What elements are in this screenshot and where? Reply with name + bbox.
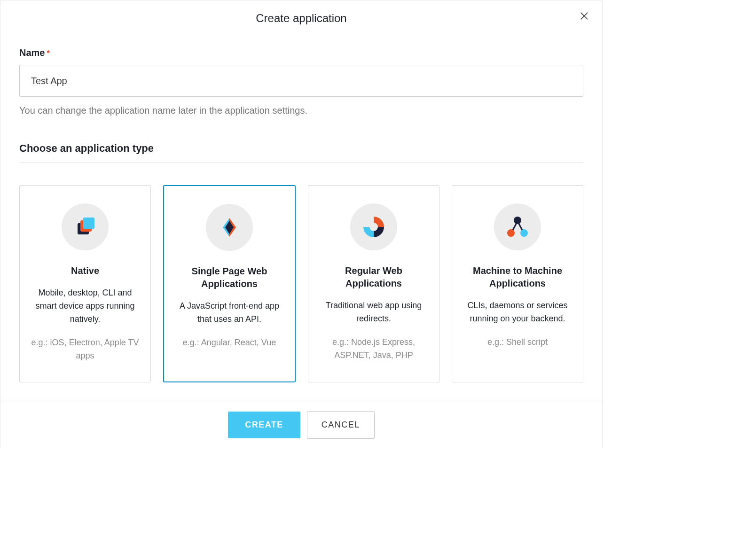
- native-icon: [62, 203, 109, 250]
- name-input[interactable]: [19, 65, 583, 97]
- card-m2m[interactable]: Machine to Machine Applications CLIs, da…: [452, 185, 583, 382]
- modal-footer: CREATE CANCEL: [0, 402, 602, 448]
- card-title: Single Page Web Applications: [173, 265, 286, 290]
- regular-web-icon: [350, 203, 397, 250]
- svg-point-5: [369, 223, 378, 231]
- svg-point-10: [520, 229, 528, 237]
- create-button[interactable]: CREATE: [228, 412, 300, 438]
- card-examples: e.g.: iOS, Electron, Apple TV apps: [28, 336, 142, 363]
- card-title: Machine to Machine Applications: [461, 264, 574, 290]
- card-title: Regular Web Applications: [317, 264, 431, 290]
- card-regular-web[interactable]: Regular Web Applications Traditional web…: [308, 185, 439, 382]
- cancel-button[interactable]: CANCEL: [307, 411, 375, 439]
- card-description: Traditional web app using redirects.: [317, 299, 431, 326]
- card-native[interactable]: Native Mobile, desktop, CLI and smart de…: [19, 185, 151, 382]
- required-indicator: *: [47, 49, 49, 57]
- card-description: A JavaScript front-end app that uses an …: [173, 300, 286, 326]
- application-type-cards: Native Mobile, desktop, CLI and smart de…: [19, 185, 583, 382]
- application-type-heading: Choose an application type: [19, 142, 583, 163]
- m2m-icon: [494, 203, 541, 250]
- spa-icon: [206, 204, 253, 251]
- card-title: Native: [71, 264, 99, 277]
- card-examples: e.g.: Node.js Express, ASP.NET, Java, PH…: [317, 336, 431, 362]
- name-helper-text: You can change the application name late…: [19, 105, 583, 116]
- svg-point-9: [507, 229, 515, 237]
- name-label: Name: [19, 47, 45, 58]
- create-application-modal: Create application Name* You can change …: [0, 0, 603, 448]
- card-examples: e.g.: Shell script: [487, 336, 548, 349]
- close-button[interactable]: [578, 10, 591, 23]
- card-spa[interactable]: Single Page Web Applications A JavaScrip…: [163, 185, 296, 382]
- modal-title: Create application: [0, 0, 602, 29]
- svg-rect-4: [83, 218, 94, 229]
- card-examples: e.g.: Angular, React, Vue: [183, 336, 276, 350]
- close-icon: [579, 11, 589, 23]
- card-description: Mobile, desktop, CLI and smart device ap…: [28, 287, 142, 326]
- svg-point-8: [514, 217, 521, 224]
- card-description: CLIs, daemons or services running on you…: [461, 299, 574, 326]
